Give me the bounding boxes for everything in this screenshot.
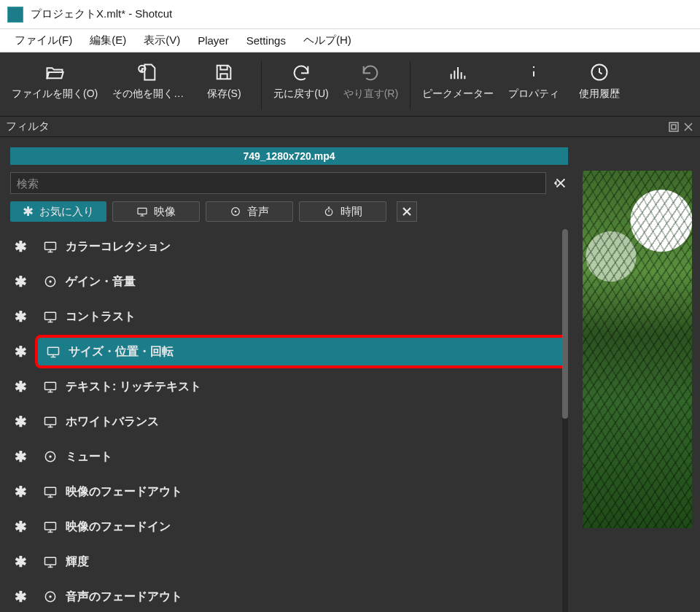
save-button[interactable]: 保存(S) <box>191 58 257 112</box>
favorite-star-icon[interactable]: ✱ <box>13 239 28 254</box>
favorite-star-icon[interactable]: ✱ <box>13 344 28 359</box>
toolbar-label: 使用履歴 <box>579 88 620 101</box>
panel-header: フィルタ <box>0 117 700 137</box>
panel-title: フィルタ <box>6 120 50 133</box>
category-tabs: ✱ お気に入り 映像 音声 時間 <box>10 201 568 222</box>
svg-point-11 <box>49 280 51 282</box>
toolbar: ファイルを開く(O) その他を開く… 保存(S) 元に戻す(U) やり直す(R <box>0 53 700 117</box>
svg-rect-14 <box>45 382 56 390</box>
toolbar-separator <box>261 61 262 109</box>
preview-pane <box>578 137 700 612</box>
menu-edit[interactable]: 編集(E) <box>81 31 135 50</box>
menu-view[interactable]: 表示(V) <box>135 31 189 50</box>
tab-video[interactable]: 映像 <box>112 201 200 222</box>
scrollbar-thumb[interactable] <box>562 229 568 419</box>
close-categories-button[interactable] <box>397 201 417 222</box>
search-row <box>10 172 568 194</box>
svg-rect-3 <box>669 123 678 131</box>
open-other-button[interactable]: その他を開く… <box>105 58 191 112</box>
toolbar-label: その他を開く… <box>112 88 184 101</box>
filter-item-body[interactable]: カラーコレクション <box>35 230 568 263</box>
panel-close-icon[interactable] <box>682 121 694 133</box>
filter-item-body[interactable]: コントラスト <box>35 300 568 333</box>
undo-button[interactable]: 元に戻す(U) <box>266 58 335 112</box>
filter-item[interactable]: ✱輝度 <box>10 544 568 579</box>
favorite-star-icon[interactable]: ✱ <box>13 484 28 499</box>
stopwatch-icon <box>323 206 335 217</box>
tab-label: 音声 <box>247 205 269 219</box>
tab-label: 時間 <box>341 205 362 219</box>
toolbar-label: ピークメーター <box>422 88 494 101</box>
filter-label: 音声のフェードアウト <box>66 589 182 605</box>
filter-item[interactable]: ✱ホワイトバランス <box>10 404 568 439</box>
favorite-star-icon[interactable]: ✱ <box>13 309 28 324</box>
monitor-icon <box>42 379 58 395</box>
filter-item-body[interactable]: 音声のフェードアウト <box>35 580 568 612</box>
filter-item[interactable]: ✱映像のフェードイン <box>10 509 568 544</box>
favorite-star-icon[interactable]: ✱ <box>13 554 28 569</box>
toolbar-label: プロパティ <box>508 88 559 101</box>
history-button[interactable]: 使用履歴 <box>567 58 632 112</box>
svg-point-17 <box>49 455 51 457</box>
workspace: ファイルを開く(O) その他を開く… 保存(S) 元に戻す(U) やり直す(R <box>0 53 700 612</box>
filter-item[interactable]: ✱コントラスト <box>10 299 568 334</box>
filter-item-body[interactable]: 輝度 <box>35 545 568 578</box>
filter-item[interactable]: ✱テキスト: リッチテキスト <box>10 369 568 404</box>
favorite-star-icon[interactable]: ✱ <box>13 589 28 604</box>
filter-panel: 749_1280x720.mp4 ✱ お気に入り 映像 <box>0 137 578 612</box>
open-file-button[interactable]: ファイルを開く(O) <box>4 58 105 112</box>
disc-icon <box>42 274 58 290</box>
favorite-star-icon[interactable]: ✱ <box>13 449 28 464</box>
favorite-star-icon[interactable]: ✱ <box>13 414 28 429</box>
info-icon <box>523 61 545 83</box>
tab-time[interactable]: 時間 <box>299 201 386 222</box>
filter-label: ゲイン・音量 <box>66 274 136 290</box>
filter-item-body[interactable]: ゲイン・音量 <box>35 265 568 298</box>
peak-meter-button[interactable]: ピークメーター <box>415 58 501 112</box>
filter-item-body[interactable]: 映像のフェードイン <box>35 510 568 543</box>
panel-undock-icon[interactable] <box>668 121 680 133</box>
filter-label: サイズ・位置・回転 <box>69 344 174 360</box>
filter-item-selected[interactable]: サイズ・位置・回転 <box>35 335 568 368</box>
search-input[interactable] <box>10 172 546 194</box>
star-icon: ✱ <box>23 205 34 218</box>
svg-point-7 <box>235 211 237 213</box>
filter-item-body[interactable]: 映像のフェードアウト <box>35 475 568 508</box>
tab-audio[interactable]: 音声 <box>206 201 293 222</box>
toolbar-separator <box>410 61 411 109</box>
save-icon <box>213 61 235 83</box>
svg-rect-12 <box>45 312 56 319</box>
svg-point-1 <box>533 66 534 68</box>
monitor-icon <box>42 519 58 535</box>
filter-item[interactable]: ✱ゲイン・音量 <box>10 264 568 299</box>
tab-favorite[interactable]: ✱ お気に入り <box>10 201 106 222</box>
filter-item[interactable]: ✱ミュート <box>10 439 568 474</box>
svg-point-8 <box>325 209 332 215</box>
favorite-star-icon[interactable]: ✱ <box>13 379 28 394</box>
favorite-star-icon[interactable]: ✱ <box>13 274 28 289</box>
monitor-icon <box>42 239 58 255</box>
filter-item[interactable]: ✱音声のフェードアウト <box>10 579 568 612</box>
menu-settings[interactable]: Settings <box>238 31 295 50</box>
redo-button[interactable]: やり直す(R) <box>336 58 405 112</box>
svg-rect-18 <box>45 487 56 495</box>
clip-name: 749_1280x720.mp4 <box>243 150 335 162</box>
filter-item[interactable]: ✱サイズ・位置・回転 <box>10 334 568 369</box>
filter-item-body[interactable]: テキスト: リッチテキスト <box>35 370 568 403</box>
filter-item[interactable]: ✱映像のフェードアウト <box>10 474 568 509</box>
favorite-star-icon[interactable]: ✱ <box>13 519 28 534</box>
window-title: プロジェクトX.mlt* - Shotcut <box>31 7 172 21</box>
menu-player[interactable]: Player <box>189 31 238 50</box>
properties-button[interactable]: プロパティ <box>501 58 567 112</box>
menu-help[interactable]: ヘルプ(H) <box>295 31 360 50</box>
filter-item-body[interactable]: ミュート <box>35 440 568 473</box>
filter-item[interactable]: ✱カラーコレクション <box>10 229 568 264</box>
undo-icon <box>290 61 312 83</box>
scrollbar[interactable] <box>562 229 568 612</box>
clear-search-icon[interactable] <box>552 175 568 191</box>
titlebar: プロジェクトX.mlt* - Shotcut <box>0 0 700 29</box>
filter-label: カラーコレクション <box>66 239 171 255</box>
filter-item-body[interactable]: ホワイトバランス <box>35 405 568 438</box>
menu-file[interactable]: ファイル(F) <box>6 31 81 50</box>
clip-name-bar[interactable]: 749_1280x720.mp4 <box>10 147 568 165</box>
